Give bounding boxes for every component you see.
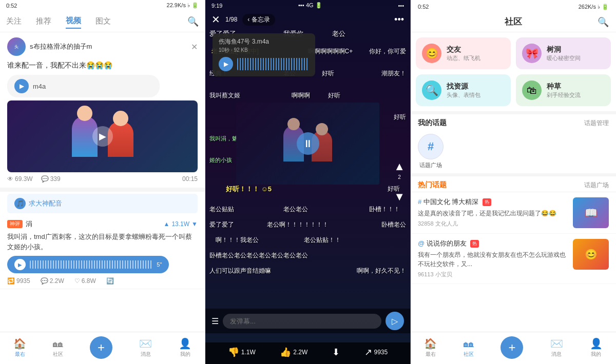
community-nav-message[interactable]: ✉️ 消息: [550, 337, 563, 358]
card-zhongcao[interactable]: 🛍 种草 剁手经验交流: [516, 74, 611, 106]
hot-item-2[interactable]: @ 说说你的朋友 热 我有一个朋友昂，他就没有女朋友在也不怎么玩游戏也不玩社交软…: [411, 234, 616, 284]
video-dislike-stat[interactable]: 👎 1.1W: [228, 347, 256, 358]
hot-topics-section: 热门话题 话题广场 # 中国文化 博大精深 热 这是真的改读音了吧，还是我记忆出…: [411, 176, 616, 332]
community-nav-community[interactable]: 🏘 社区: [464, 338, 474, 358]
duration-stat: 00:15: [182, 175, 198, 183]
comment-action[interactable]: 💬 2.2W: [41, 277, 64, 285]
like-icon: 👍: [280, 347, 291, 358]
hot-badge-2: 热: [470, 240, 479, 248]
tab-graphic[interactable]: 图文: [95, 14, 111, 28]
video-back-button[interactable]: ‹ 备忘录: [242, 14, 275, 26]
video-close-icon[interactable]: ✕: [211, 13, 220, 26]
hot-topics-title: 热门话题: [418, 180, 447, 190]
hot-item-1[interactable]: # 中国文化 博大精深 热 这是真的改读音了吧，还是我记忆出现问题了😂😂 328…: [411, 192, 616, 234]
danmaku-item: 卧槽老公: [381, 220, 406, 229]
community-title: 社区: [505, 16, 522, 28]
home-icon: 🏠: [13, 337, 26, 350]
danmaku-item: 好听: [394, 113, 406, 122]
search-icon-p1[interactable]: 🔍: [187, 16, 199, 27]
hot-item-2-count: 96113 小宝贝: [418, 271, 568, 278]
search-icon-community[interactable]: 🔍: [598, 16, 609, 28]
home-icon-c: 🏠: [424, 337, 437, 350]
up-icon: ▲: [164, 220, 170, 228]
eye-icon: 👁: [7, 175, 13, 183]
video-player[interactable]: ⏸: [236, 103, 379, 185]
add-button[interactable]: +: [90, 336, 112, 359]
topic-manage-link[interactable]: 话题管理: [584, 119, 609, 128]
topic-avatar: #: [418, 134, 444, 159]
nav-profile[interactable]: 👤 我的: [179, 337, 191, 358]
card-shudong[interactable]: 🎀 树洞 暖心秘密空间: [516, 37, 611, 69]
views-stat: 👁 69.3W: [7, 175, 33, 183]
refresh-icon[interactable]: 🔄: [106, 277, 114, 285]
post-video-thumbnail[interactable]: ▶: [7, 100, 198, 172]
post-audio-player[interactable]: ▶ m4a: [7, 75, 160, 97]
topic-banner[interactable]: 🎵 求大神配音: [7, 194, 198, 213]
community-header: 0:52 262K/s ♭ 🔋 社区 🔍: [411, 0, 616, 32]
video-dots-top: •••: [398, 3, 404, 9]
danmaku-item: 你好，你可爱: [369, 47, 406, 56]
community-icon-c: 🏘: [464, 338, 474, 350]
hot-item-1-thumb: 📖: [573, 197, 609, 228]
danmaku-item: 老公啊！！！！！！！: [267, 220, 329, 229]
comment-audio-play-btn[interactable]: ▶: [14, 259, 26, 270]
comment-text: 我叫涓，tmd广西刺客，这次的目标是要拿螺蛳粉毒死一个叫蔡文姬的小孩。: [7, 232, 198, 252]
repost-action[interactable]: 🔁 9935: [7, 277, 30, 285]
hot-item-2-thumb: 😊: [573, 239, 609, 270]
nav-community[interactable]: 🏘 社区: [53, 338, 63, 358]
thumbs-down-icon: ▼: [394, 190, 405, 204]
danmaku-input[interactable]: [223, 314, 381, 329]
like-up-action[interactable]: ▲ 2: [394, 160, 405, 180]
card-zhaoziyuan[interactable]: 🔍 找资源 头像、表情包: [416, 74, 511, 106]
pause-icon[interactable]: ⏸: [297, 132, 319, 155]
hot-topics-link[interactable]: 话题广场: [584, 181, 609, 190]
video-share-stat[interactable]: ↗ 9935: [364, 347, 388, 358]
tab-video[interactable]: 视频: [66, 14, 81, 29]
community-add-button[interactable]: +: [500, 336, 523, 359]
audio-popup-play[interactable]: ▶: [219, 57, 233, 71]
play-icon[interactable]: ▶: [92, 126, 113, 147]
community-nav-zuiyou[interactable]: 🏠 最右: [424, 337, 437, 358]
post-username[interactable]: s布拉格滑冰的抽子m: [30, 42, 187, 51]
message-icon: ✉️: [139, 337, 152, 350]
tab-follow[interactable]: 关注: [6, 14, 22, 28]
avatar-p1[interactable]: 头: [7, 37, 26, 56]
video-time: 9:19: [211, 3, 222, 9]
commenter-username[interactable]: 涓: [26, 219, 32, 229]
profile-icon: 👤: [179, 337, 191, 350]
video-more-icon[interactable]: •••: [394, 14, 404, 25]
video-favorite-stat[interactable]: ⬇: [332, 347, 340, 358]
audio-popup-title: 伤海鱼47号 3.m4a10秒 · 92 KB: [219, 37, 309, 54]
card-jiaoyou[interactable]: 😊 交友 动态、纸飞机: [416, 37, 511, 69]
zhaoziyuan-title: 找资源: [447, 82, 480, 91]
like-down-action[interactable]: ▼: [394, 190, 405, 205]
video-signal: ▪▪▪ 4G 🔋: [298, 2, 322, 9]
audio-label: m4a: [33, 83, 46, 90]
like-action[interactable]: ♡ 6.8W: [74, 277, 96, 285]
close-icon[interactable]: ✕: [191, 42, 198, 52]
comment-audio-player[interactable]: ▶ 5": [7, 256, 169, 273]
menu-icon[interactable]: ☰: [211, 316, 219, 326]
comment-bubble-icon: 💬: [41, 277, 48, 285]
nav-message[interactable]: ✉️ 消息: [139, 337, 152, 358]
danmaku-item: 潮朋友！: [381, 69, 406, 78]
shudong-title: 树洞: [547, 45, 581, 54]
bottom-nav-p1: 🏠 最右 🏘 社区 + ✉️ 消息 👤 我的: [0, 332, 205, 364]
danmaku-item: 人们可以跟声音结婚嘛: [209, 267, 271, 275]
community-nav-profile[interactable]: 👤 我的: [590, 337, 603, 358]
send-button[interactable]: ▷: [386, 312, 404, 330]
video-like-stat[interactable]: 👍 2.2W: [280, 347, 307, 358]
nav-zuiyou[interactable]: 🏠 最右: [13, 337, 26, 358]
topic-item-guangchang[interactable]: # 话题广场: [418, 134, 444, 169]
video-progress: 1/98: [225, 16, 237, 23]
topic-icon: 🎵: [14, 198, 26, 209]
zhongcao-sub: 剁手经验交流: [547, 91, 581, 99]
danmaku-item: 好听！！！ ☺5: [226, 185, 272, 194]
my-topics-row: # 话题广场: [411, 130, 616, 173]
dislike-icon: 👎: [228, 347, 239, 358]
message-icon-c: ✉️: [550, 337, 563, 350]
tab-recommend[interactable]: 推荐: [36, 14, 51, 28]
jiaoyou-icon: 😊: [422, 44, 441, 63]
audio-play-button[interactable]: ▶: [14, 79, 29, 93]
danmaku-item: 老公老公: [283, 205, 308, 214]
